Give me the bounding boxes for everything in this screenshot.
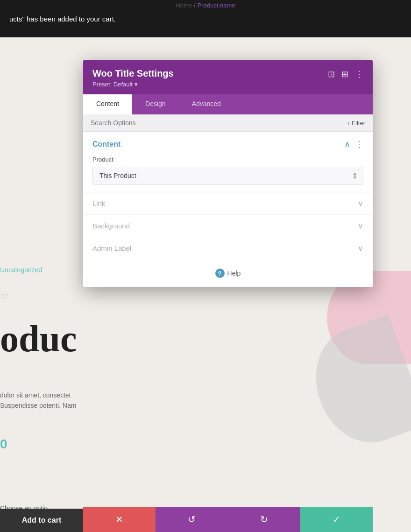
modal-title-group: Woo Title Settings Preset: Default ▾ bbox=[92, 68, 174, 88]
notification-text: ucts" has been added to your cart. bbox=[9, 15, 116, 23]
redo-button[interactable]: ↻ bbox=[228, 507, 300, 532]
category-text: Uncategorized bbox=[0, 266, 42, 274]
help-icon: ? bbox=[215, 269, 225, 278]
product-description: dolor sit amet, consectet Suspendisse po… bbox=[0, 390, 76, 411]
section-more-icon[interactable]: ⋮ bbox=[355, 139, 363, 149]
admin-label-section[interactable]: Admin Label ∨ bbox=[83, 237, 373, 259]
tab-advanced[interactable]: Advanced bbox=[179, 94, 234, 114]
link-chevron-icon: ∨ bbox=[358, 199, 363, 208]
breadcrumb-current: Product name bbox=[198, 2, 235, 9]
modal-preset[interactable]: Preset: Default ▾ bbox=[92, 81, 174, 88]
action-bar: ✕ ↺ ↻ ✓ bbox=[83, 507, 373, 532]
search-bar: + Filter bbox=[83, 114, 373, 132]
settings-modal: Woo Title Settings Preset: Default ▾ ⊡ ⊞… bbox=[83, 60, 373, 287]
product-field-group: Product This ProductCustom Product ⇕ bbox=[83, 154, 373, 192]
collapse-icon[interactable]: ∧ bbox=[344, 139, 350, 149]
modal-header: Woo Title Settings Preset: Default ▾ ⊡ ⊞… bbox=[83, 60, 373, 94]
filter-button[interactable]: + Filter bbox=[347, 120, 365, 127]
content-section-header: Content ∧ ⋮ bbox=[83, 132, 373, 154]
save-button[interactable]: ✓ bbox=[300, 507, 373, 532]
admin-label-section-label: Admin Label bbox=[92, 244, 131, 252]
background-chevron-icon: ∨ bbox=[358, 221, 363, 230]
help-text: Help bbox=[227, 270, 241, 277]
modal-body: Content ∧ ⋮ Product This ProductCustom P… bbox=[83, 132, 373, 287]
modal-header-icons: ⊡ ⊞ ⋮ bbox=[328, 69, 363, 79]
tab-bar: Content Design Advanced bbox=[83, 94, 373, 114]
admin-label-chevron-icon: ∨ bbox=[358, 244, 363, 253]
modal-title: Woo Title Settings bbox=[92, 68, 174, 79]
background-section[interactable]: Background ∨ bbox=[83, 214, 373, 237]
fullscreen-icon[interactable]: ⊡ bbox=[328, 69, 335, 79]
star-rating: ☆ bbox=[0, 290, 9, 302]
section-controls: ∧ ⋮ bbox=[344, 139, 363, 149]
content-section-title: Content bbox=[92, 140, 120, 149]
background-section-label: Background bbox=[92, 222, 130, 230]
product-price: 0 bbox=[0, 437, 7, 452]
product-select-wrapper: This ProductCustom Product ⇕ bbox=[92, 167, 363, 184]
link-section-label: Link bbox=[92, 199, 106, 207]
tab-design[interactable]: Design bbox=[132, 94, 179, 114]
search-input[interactable] bbox=[91, 119, 310, 127]
reset-button[interactable]: ↺ bbox=[156, 507, 228, 532]
breadcrumb-separator: / bbox=[194, 2, 196, 9]
link-section[interactable]: Link ∨ bbox=[83, 192, 373, 214]
help-section[interactable]: ? Help bbox=[83, 259, 373, 287]
more-options-icon[interactable]: ⋮ bbox=[355, 69, 363, 79]
grid-icon[interactable]: ⊞ bbox=[341, 69, 348, 79]
breadcrumb-home: Home bbox=[176, 2, 192, 9]
breadcrumb: Home / Product name bbox=[176, 2, 235, 9]
tab-content[interactable]: Content bbox=[83, 94, 132, 114]
product-field-label: Product bbox=[92, 156, 363, 163]
product-select[interactable]: This ProductCustom Product bbox=[92, 167, 363, 184]
product-title-partial: oduc bbox=[0, 318, 77, 360]
add-to-cart-button[interactable]: Add to cart bbox=[0, 509, 83, 532]
cancel-button[interactable]: ✕ bbox=[83, 507, 156, 532]
